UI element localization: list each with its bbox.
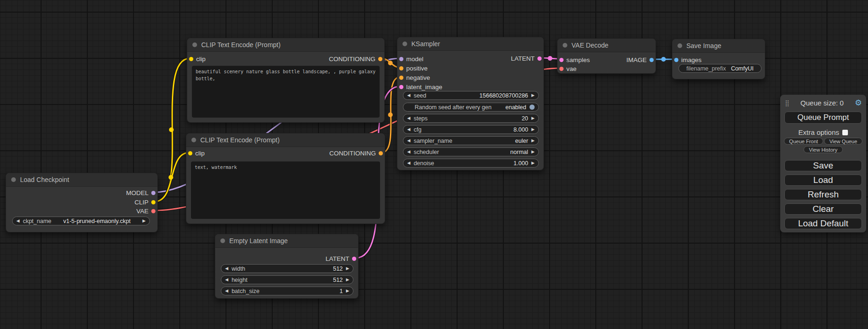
latent-port-icon[interactable] — [559, 58, 564, 62]
collapse-dot-icon[interactable] — [220, 238, 225, 243]
cfg-widget[interactable]: ◀ cfg 8.000 ▶ — [403, 125, 539, 134]
next-arrow-icon[interactable]: ▶ — [142, 219, 146, 223]
widget-value[interactable]: 20 — [522, 115, 528, 122]
prompt-textarea[interactable]: text, watermark — [191, 161, 380, 219]
random-seed-widget[interactable]: Random seed after every gen enabled — [403, 103, 539, 112]
clip-port-icon[interactable] — [188, 151, 192, 155]
view-queue-button[interactable]: View Queue — [824, 138, 862, 145]
scheduler-widget[interactable]: ◀ scheduler normal ▶ — [403, 147, 539, 156]
prev-arrow-icon[interactable]: ◀ — [407, 139, 410, 143]
conditioning-port-icon[interactable] — [378, 57, 382, 61]
load-button[interactable]: Load — [784, 175, 862, 186]
settings-gear-icon[interactable]: ⚙ — [855, 99, 862, 107]
prev-arrow-icon[interactable]: ◀ — [225, 289, 228, 293]
toggle-on-icon[interactable] — [529, 105, 535, 110]
drag-handle-icon[interactable]: ⣿ — [785, 100, 790, 106]
output-slot-latent[interactable]: LATENT — [511, 54, 542, 63]
input-slot-clip[interactable]: clip — [189, 54, 205, 63]
collapse-dot-icon[interactable] — [402, 42, 407, 46]
output-slot-conditioning[interactable]: CONDITIONING — [329, 54, 382, 63]
output-slot-latent[interactable]: LATENT — [325, 254, 356, 263]
vae-port-icon[interactable] — [559, 67, 564, 71]
queue-prompt-button[interactable]: Queue Prompt — [784, 112, 862, 124]
load-default-button[interactable]: Load Default — [784, 218, 862, 229]
ckpt-name-widget[interactable]: ◀ ckpt_name v1-5-pruned-emaonly.ckpt ▶ — [12, 217, 150, 225]
widget-value[interactable]: 156680208700286 — [480, 92, 528, 99]
node-title-bar[interactable]: Load Checkpoint — [6, 173, 157, 187]
model-port-icon[interactable] — [399, 57, 403, 61]
prev-arrow-icon[interactable]: ◀ — [407, 116, 410, 120]
steps-widget[interactable]: ◀ steps 20 ▶ — [403, 114, 539, 123]
output-slot-image[interactable]: IMAGE — [626, 55, 654, 64]
input-slot-positive[interactable]: positive — [399, 63, 428, 73]
prev-arrow-icon[interactable]: ◀ — [225, 278, 228, 282]
prev-arrow-icon[interactable]: ◀ — [407, 93, 410, 98]
prev-arrow-icon[interactable]: ◀ — [407, 161, 410, 165]
widget-value[interactable]: v1-5-pruned-emaonly.ckpt — [63, 218, 130, 224]
collapse-dot-icon[interactable] — [191, 138, 196, 142]
prev-arrow-icon[interactable]: ◀ — [225, 266, 228, 271]
output-slot-conditioning[interactable]: CONDITIONING — [329, 148, 383, 158]
next-arrow-icon[interactable]: ▶ — [531, 139, 535, 143]
image-port-icon[interactable] — [674, 58, 678, 62]
node-title-bar[interactable]: Empty Latent Image — [215, 234, 358, 248]
widget-value[interactable]: 1 — [339, 288, 343, 294]
input-slot-images[interactable]: images — [674, 55, 702, 64]
widget-value[interactable]: 512 — [333, 277, 343, 283]
widget-value[interactable]: enabled — [506, 104, 527, 111]
prev-arrow-icon[interactable]: ◀ — [407, 150, 410, 154]
collapse-dot-icon[interactable] — [11, 177, 16, 182]
output-slot-clip[interactable]: CLIP — [134, 197, 155, 207]
widget-value[interactable]: ComfyUI — [731, 65, 754, 72]
node-clip-text-encode-negative[interactable]: CLIP Text Encode (Prompt) clip CONDITION… — [186, 133, 385, 224]
width-widget[interactable]: ◀ width 512 ▶ — [221, 264, 353, 273]
next-arrow-icon[interactable]: ▶ — [531, 116, 535, 120]
next-arrow-icon[interactable]: ▶ — [531, 93, 535, 98]
clear-button[interactable]: Clear — [784, 203, 862, 215]
seed-widget[interactable]: ◀ seed 156680208700286 ▶ — [403, 91, 539, 100]
output-slot-vae[interactable]: VAE — [136, 206, 155, 216]
next-arrow-icon[interactable]: ▶ — [346, 289, 349, 293]
node-title-bar[interactable]: CLIP Text Encode (Prompt) — [186, 133, 385, 147]
node-ksampler[interactable]: KSampler model positive negative latent_… — [397, 37, 544, 170]
view-history-button[interactable]: View History — [804, 146, 843, 153]
collapse-dot-icon[interactable] — [677, 43, 682, 48]
latent-port-icon[interactable] — [352, 257, 356, 261]
node-load-checkpoint[interactable]: Load Checkpoint MODEL CLIP VAE ◀ ckpt_na… — [6, 173, 158, 232]
prev-arrow-icon[interactable]: ◀ — [407, 127, 410, 132]
refresh-button[interactable]: Refresh — [784, 189, 862, 200]
output-slot-model[interactable]: MODEL — [126, 188, 155, 197]
clip-port-icon[interactable] — [151, 200, 155, 204]
input-slot-latent-image[interactable]: latent_image — [399, 82, 442, 91]
node-title-bar[interactable]: VAE Decode — [557, 39, 656, 52]
widget-value[interactable]: euler — [515, 138, 528, 144]
latent-port-icon[interactable] — [399, 85, 403, 89]
collapse-dot-icon[interactable] — [192, 42, 197, 47]
queue-front-button[interactable]: Queue Front — [784, 138, 823, 145]
input-slot-vae[interactable]: vae — [559, 64, 577, 73]
node-vae-decode[interactable]: VAE Decode samples vae IMAGE — [557, 38, 656, 74]
widget-value[interactable]: 1.000 — [514, 160, 528, 167]
widget-value[interactable]: 512 — [333, 266, 343, 272]
denoise-widget[interactable]: ◀ denoise 1.000 ▶ — [403, 159, 539, 168]
node-title-bar[interactable]: KSampler — [397, 37, 543, 51]
next-arrow-icon[interactable]: ▶ — [531, 161, 535, 165]
input-slot-clip[interactable]: clip — [188, 148, 205, 158]
vae-port-icon[interactable] — [151, 209, 155, 213]
image-port-icon[interactable] — [649, 58, 654, 62]
collapse-dot-icon[interactable] — [563, 43, 567, 48]
extra-options-checkbox[interactable] — [842, 130, 848, 135]
input-slot-samples[interactable]: samples — [559, 55, 590, 64]
batch-size-widget[interactable]: ◀ batch_size 1 ▶ — [221, 287, 353, 295]
save-button[interactable]: Save — [784, 160, 862, 171]
next-arrow-icon[interactable]: ▶ — [346, 278, 349, 282]
node-title-bar[interactable]: Save Image — [672, 39, 765, 53]
next-arrow-icon[interactable]: ▶ — [531, 127, 535, 132]
node-clip-text-encode-positive[interactable]: CLIP Text Encode (Prompt) clip CONDITION… — [187, 38, 385, 123]
conditioning-port-icon[interactable] — [399, 66, 403, 70]
node-graph-canvas[interactable]: Load Checkpoint MODEL CLIP VAE ◀ ckpt_na… — [0, 0, 868, 329]
input-slot-negative[interactable]: negative — [399, 73, 430, 82]
model-port-icon[interactable] — [151, 191, 155, 195]
sampler-name-widget[interactable]: ◀ sampler_name euler ▶ — [403, 136, 539, 145]
node-save-image[interactable]: Save Image images filename_prefix ComfyU… — [672, 39, 765, 79]
